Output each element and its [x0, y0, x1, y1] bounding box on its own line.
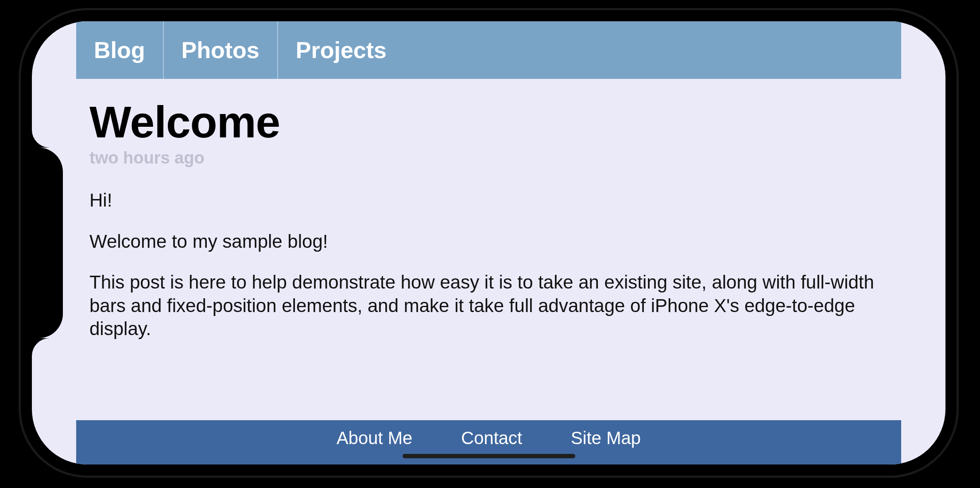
nav-tab-blog[interactable]: Blog [76, 21, 164, 79]
safari-page: Blog Photos Projects Welcome two hours a… [32, 21, 945, 465]
post-body: Hi! Welcome to my sample blog! This post… [89, 189, 888, 341]
post-title: Welcome [89, 97, 888, 148]
footer-link-about[interactable]: About Me [337, 428, 412, 448]
phone-frame: Blog Photos Projects Welcome two hours a… [21, 10, 957, 476]
footer-bar: About Me Contact Site Map [76, 420, 901, 465]
top-nav: Blog Photos Projects [76, 21, 901, 79]
home-indicator[interactable] [403, 454, 575, 458]
post-paragraph: Hi! [89, 189, 888, 212]
footer-link-contact[interactable]: Contact [461, 428, 522, 448]
post-timestamp: two hours ago [89, 148, 888, 168]
nav-tab-projects[interactable]: Projects [278, 21, 404, 79]
sensor-notch [32, 148, 67, 338]
post-content: Welcome two hours ago Hi! Welcome to my … [89, 97, 888, 465]
nav-tab-photos[interactable]: Photos [164, 21, 278, 79]
stage: Blog Photos Projects Welcome two hours a… [0, 71, 980, 417]
footer-link-sitemap[interactable]: Site Map [571, 428, 641, 448]
post-paragraph: This post is here to help demonstrate ho… [89, 271, 888, 341]
post-paragraph: Welcome to my sample blog! [89, 230, 888, 254]
phone-screen: Blog Photos Projects Welcome two hours a… [32, 21, 945, 465]
